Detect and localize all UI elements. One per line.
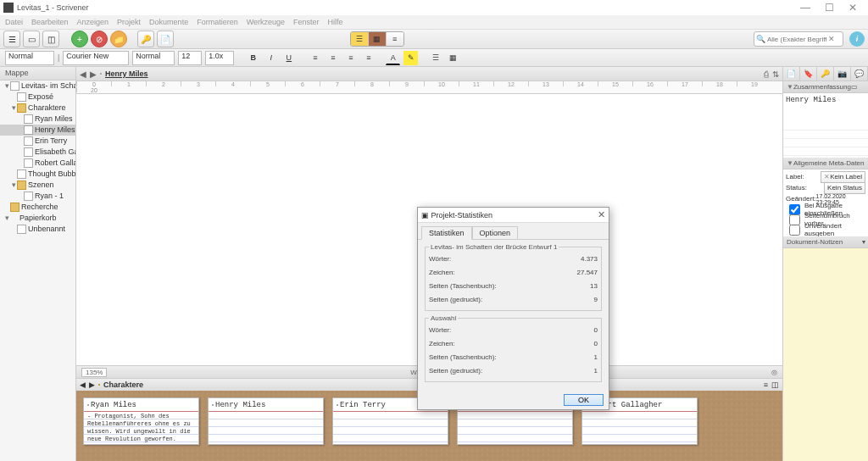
binder-item[interactable]: Unbenannt <box>0 224 75 235</box>
font-size-picker[interactable]: 12 <box>178 51 202 65</box>
italic-button[interactable]: I <box>264 51 278 65</box>
underline-button[interactable]: U <box>281 51 296 65</box>
stats-group-draft: Levitas- im Schatten der Brücke Entwurf … <box>425 243 602 311</box>
synopsis-lines[interactable] <box>783 122 868 158</box>
asis-checkbox[interactable] <box>789 225 800 236</box>
ok-button[interactable]: OK <box>564 394 604 406</box>
line-spacing-picker[interactable]: 1.0x <box>205 51 234 65</box>
binder: Mappe ▾Levitas- im Schatten d...Exposé▾C… <box>0 67 76 461</box>
binder-item[interactable]: Erin Terry <box>0 136 75 147</box>
info-button[interactable]: i <box>849 31 865 47</box>
status-picker[interactable]: Kein Status <box>824 182 865 194</box>
project-statistics-dialog: ▣ Projekt-Statistiken ✕ Statistiken Opti… <box>417 207 609 410</box>
menu-item[interactable]: Dokumente <box>149 18 188 26</box>
tab-bookmarks-icon[interactable]: 🔖 <box>800 67 817 81</box>
label-picker[interactable]: ✕ Kein Label <box>821 171 865 183</box>
menu-item[interactable]: Fenster <box>293 18 320 26</box>
editor-pane: ◀ ▶ Henry Miles ⎙ ⇅ 01234567891011121314… <box>76 67 783 461</box>
binder-item[interactable]: Ryan - 1 <box>0 191 75 202</box>
minimize-button[interactable]: — <box>793 2 817 14</box>
binder-toggle-button[interactable]: ☰ <box>3 31 20 47</box>
close-button[interactable]: ✕ <box>841 2 865 14</box>
section-notes[interactable]: Dokument-Notizen <box>787 236 843 247</box>
dialog-icon: ▣ <box>421 211 429 219</box>
binder-item[interactable]: ▾Charaktere <box>0 103 75 114</box>
binder-item[interactable]: ▾Papierkorb <box>0 213 75 224</box>
metadata-panel: Label:✕ Kein Label Status:Kein Status Ge… <box>783 169 868 236</box>
stat-label: Seiten (Taschenbuch): <box>429 280 497 293</box>
tab-metadata-icon[interactable]: 🔑 <box>817 67 834 81</box>
menu-item[interactable]: Bearbeiten <box>31 18 69 26</box>
search-input[interactable] <box>765 35 828 44</box>
binder-item[interactable]: Ryan Miles <box>0 114 75 125</box>
binder-tree[interactable]: ▾Levitas- im Schatten d...Exposé▾Charakt… <box>0 81 75 461</box>
binder-item[interactable]: ▾Szenen <box>0 180 75 191</box>
stat-label: Wörter: <box>429 253 451 266</box>
collections-button[interactable]: ▭ <box>23 31 40 47</box>
tab-options[interactable]: Optionen <box>472 226 519 240</box>
view-corkboard-button[interactable]: ▦ <box>369 32 387 46</box>
add-button[interactable]: + <box>71 31 88 47</box>
section-metadata[interactable]: Allgemeine Meta-Daten <box>793 158 865 169</box>
align-center-button[interactable]: ≡ <box>326 51 340 65</box>
stat-value: 0 <box>594 324 598 337</box>
font-picker[interactable]: Courier New <box>63 51 129 65</box>
clear-search-icon[interactable]: ✕ <box>828 35 835 43</box>
asis-label: Unverändert ausgeben <box>804 222 865 237</box>
dialog-close-button[interactable]: ✕ <box>598 209 605 220</box>
binder-item[interactable]: Robert Gallagher <box>0 158 75 169</box>
menu-item[interactable]: Anzeigen <box>77 18 109 26</box>
font-variant-picker[interactable]: Normal <box>132 51 175 65</box>
folder-button[interactable]: 📁 <box>110 31 127 47</box>
document-notes[interactable] <box>783 248 868 461</box>
inspector: 📄 🔖 🔑 📷 💬 ▼ Zusammenfassung▭ ☰ Henry Mil… <box>783 67 868 461</box>
menu-item[interactable]: Datei <box>5 18 23 26</box>
bold-button[interactable]: B <box>246 51 260 65</box>
highlight-button[interactable]: ✎ <box>403 51 418 65</box>
table-button[interactable]: ▦ <box>446 51 460 65</box>
list-button[interactable]: ☰ <box>428 51 442 65</box>
label-label: Label: <box>786 173 804 181</box>
view-document-button[interactable]: ☰ <box>351 32 369 46</box>
tab-statistics[interactable]: Statistiken <box>421 226 472 240</box>
dialog-title: Projekt-Statistiken <box>431 211 493 219</box>
layout-button[interactable]: ◫ <box>42 31 59 47</box>
menu-item[interactable]: Projekt <box>117 18 141 26</box>
binder-item[interactable]: ▾Levitas- im Schatten d... <box>0 81 75 92</box>
index-card-toggle-icon[interactable]: ▭ ☰ <box>851 81 868 92</box>
view-mode-segment: ☰ ▦ ≡ <box>350 31 404 47</box>
notes-menu-icon[interactable]: ▾ <box>862 236 868 247</box>
align-left-button[interactable]: ≡ <box>308 51 322 65</box>
view-outline-button[interactable]: ≡ <box>387 32 403 46</box>
tab-comments-icon[interactable]: 💬 <box>851 67 868 81</box>
titlebar: Levitas_1 - Scrivener — ☐ ✕ <box>0 0 868 15</box>
tab-snapshots-icon[interactable]: 📷 <box>834 67 851 81</box>
binder-item[interactable]: Recherche <box>0 202 75 213</box>
binder-item[interactable]: Exposé <box>0 92 75 103</box>
stat-label: Seiten (gedruckt): <box>429 364 482 378</box>
align-right-button[interactable]: ≡ <box>343 51 358 65</box>
text-color-button[interactable]: A <box>386 50 400 65</box>
keywords-button[interactable]: 🔑 <box>137 31 154 47</box>
binder-item[interactable]: Elisabeth Gallagher <box>0 147 75 158</box>
menu-item[interactable]: Formatieren <box>197 18 238 26</box>
stat-value: 9 <box>594 293 598 307</box>
style-picker[interactable]: Normal <box>5 51 54 65</box>
tab-notes-icon[interactable]: 📄 <box>783 67 800 81</box>
main-toolbar: ☰ ▭ ◫ + ⊘ 📁 🔑 📄 ☰ ▦ ≡ 🔍 ✕ i <box>0 29 868 49</box>
binder-item[interactable]: Henry Miles <box>0 125 75 136</box>
menubar: Datei Bearbeiten Anzeigen Projekt Dokume… <box>0 15 868 29</box>
section-synopsis[interactable]: Zusammenfassung <box>793 81 851 92</box>
align-justify-button[interactable]: ≡ <box>361 51 376 65</box>
menu-item[interactable]: Hilfe <box>328 18 343 26</box>
menu-item[interactable]: Werkzeuge <box>247 18 285 26</box>
delete-button[interactable]: ⊘ <box>91 31 108 47</box>
quickref-button[interactable]: 📄 <box>157 31 174 47</box>
project-search[interactable]: 🔍 ✕ <box>754 31 843 47</box>
maximize-button[interactable]: ☐ <box>817 2 841 14</box>
stat-label: Zeichen: <box>429 266 455 280</box>
synopsis-text[interactable]: Henry Miles <box>783 93 868 122</box>
binder-item[interactable]: Thought Bubble <box>0 169 75 180</box>
group-draft-label: Levitas- im Schatten der Brücke Entwurf … <box>429 243 559 251</box>
stat-label: Seiten (gedruckt): <box>429 293 482 307</box>
